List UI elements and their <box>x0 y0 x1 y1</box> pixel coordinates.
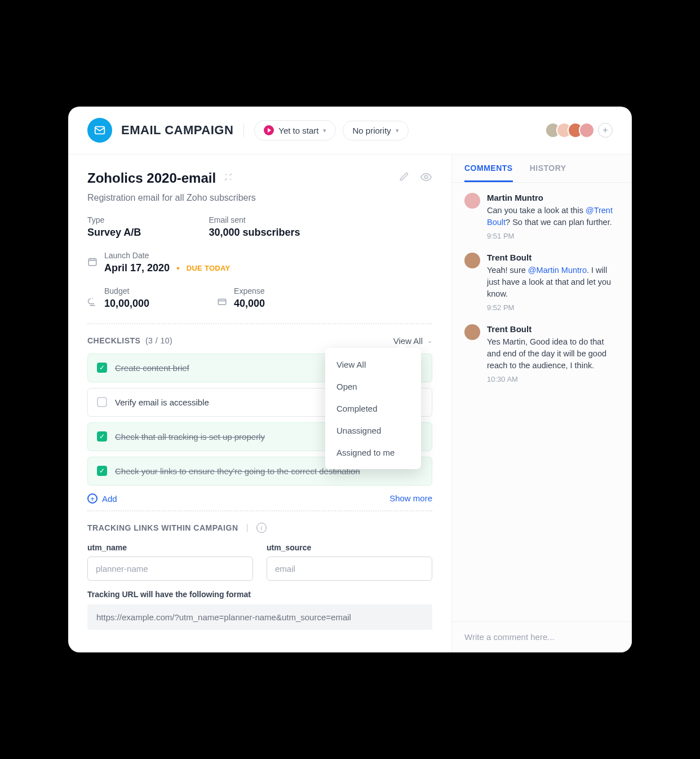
filter-option[interactable]: Completed <box>325 398 421 420</box>
checklist-text: Verify email is accessible <box>115 396 209 408</box>
sent-value: 30,000 subscribers <box>209 227 300 239</box>
comments-list: Martin MuntroCan you take a look at this… <box>452 183 632 621</box>
filter-option[interactable]: Open <box>325 376 421 398</box>
comment: Trent BoultYeah! sure @Martin Muntro. I … <box>464 253 619 312</box>
svg-rect-2 <box>88 258 96 265</box>
checklists-heading: CHECKLISTS (3 / 10) <box>87 336 172 346</box>
comment-text: Yeah! sure @Martin Muntro. I will just h… <box>487 264 619 300</box>
checkbox[interactable]: ✓ <box>97 431 107 442</box>
tracking-url-value: https://example.com/?utm_name=planner-na… <box>87 604 432 630</box>
status-label: Yet to start <box>278 126 318 135</box>
checkbox[interactable]: ✓ <box>97 363 107 373</box>
svg-rect-3 <box>218 299 226 305</box>
avatar[interactable] <box>579 122 595 138</box>
filter-option[interactable]: View All <box>325 354 421 376</box>
due-badge: DUE TODAY <box>187 264 231 272</box>
edit-icon[interactable] <box>398 171 410 186</box>
type-label: Type <box>87 215 141 224</box>
utm-source-input[interactable] <box>267 557 432 581</box>
assignee-avatars[interactable] <box>550 122 595 138</box>
budget-icon <box>87 297 98 309</box>
filter-label: View All <box>393 336 423 346</box>
checklist: ✓Create content briefVerify email is acc… <box>87 354 432 486</box>
budget-label: Budget <box>104 286 149 295</box>
comment-author: Trent Boult <box>487 253 619 262</box>
comment-author: Trent Boult <box>487 324 619 334</box>
divider <box>87 323 432 324</box>
mention[interactable]: @Trent Boult <box>487 206 613 227</box>
avatar <box>464 324 480 340</box>
tab-history[interactable]: HISTORY <box>530 164 566 182</box>
plus-icon: + <box>87 493 98 504</box>
comment-time: 9:52 PM <box>487 303 619 312</box>
comment-text: Can you take a look at this @Trent Boult… <box>487 205 619 228</box>
topbar: EMAIL CAMPAIGN Yet to start ▾ No priorit… <box>68 107 632 155</box>
type-value: Survey A/B <box>87 227 141 239</box>
add-checklist-button[interactable]: + Add <box>87 493 117 504</box>
page-subtitle: Registration email for all Zoho subscrib… <box>87 193 432 203</box>
info-icon[interactable]: i <box>256 523 267 533</box>
launch-label: Launch Date <box>104 251 231 260</box>
budget-value: 10,00,000 <box>104 298 149 310</box>
add-assignee-button[interactable]: + <box>598 123 613 138</box>
status-pill[interactable]: Yet to start ▾ <box>254 120 336 140</box>
launch-value: April 17, 2020 <box>104 262 170 274</box>
comment-input[interactable] <box>464 632 619 642</box>
comment: Trent BoultYes Martin, Good idea to do t… <box>464 324 619 383</box>
sent-label: Email sent <box>209 215 300 224</box>
tracking-heading: TRACKING LINKS WITHIN CAMPAIGN <box>87 523 238 532</box>
checklist-filter-button[interactable]: View All ⌄ <box>393 336 432 346</box>
checklist-text: Create content brief <box>115 362 189 374</box>
add-label: Add <box>102 494 117 504</box>
priority-label: No priority <box>352 126 391 135</box>
calendar-icon <box>87 257 98 269</box>
show-more-button[interactable]: Show more <box>389 493 432 504</box>
dot-separator: • <box>176 263 180 273</box>
tracking-url-label: Tracking URL will have the following for… <box>87 590 432 599</box>
divider <box>243 123 244 137</box>
svg-point-1 <box>424 175 428 179</box>
comment-author: Martin Muntro <box>487 193 619 202</box>
checklist-text: Check that all tracking is set up proper… <box>115 431 265 443</box>
expense-label: Expense <box>234 286 265 295</box>
chevron-down-icon: ▾ <box>323 127 326 134</box>
priority-pill[interactable]: No priority ▾ <box>343 121 408 140</box>
expense-value: 40,000 <box>234 298 265 310</box>
watch-icon[interactable] <box>420 171 432 186</box>
checkbox[interactable] <box>97 397 107 407</box>
filter-dropdown: View AllOpenCompletedUnassignedAssigned … <box>325 348 421 469</box>
checkbox[interactable]: ✓ <box>97 466 107 476</box>
divider <box>87 510 432 511</box>
chevron-down-icon: ⌄ <box>427 337 432 345</box>
comment-time: 9:51 PM <box>487 232 619 240</box>
utm-name-label: utm_name <box>87 543 253 552</box>
avatar <box>464 253 480 268</box>
mention[interactable]: @Martin Muntro <box>528 266 587 275</box>
mail-app-icon <box>87 118 112 143</box>
avatar <box>464 193 480 209</box>
filter-option[interactable]: Unassigned <box>325 420 421 442</box>
checklist-text: Check your links to ensure they're going… <box>115 465 360 477</box>
unlink-icon[interactable] <box>223 171 234 185</box>
tab-comments[interactable]: COMMENTS <box>464 164 513 182</box>
comment-text: Yes Martin, Good idea to do that and end… <box>487 336 619 372</box>
filter-option[interactable]: Assigned to me <box>325 442 421 464</box>
utm-name-input[interactable] <box>87 557 253 581</box>
expense-icon <box>217 297 227 309</box>
comment-time: 10:30 AM <box>487 375 619 383</box>
utm-source-label: utm_source <box>267 543 432 552</box>
page-title: Zoholics 2020-email <box>87 170 216 186</box>
play-icon <box>264 125 274 135</box>
comment: Martin MuntroCan you take a look at this… <box>464 193 619 240</box>
chevron-down-icon: ▾ <box>396 127 399 134</box>
app-title: EMAIL CAMPAIGN <box>121 123 233 138</box>
